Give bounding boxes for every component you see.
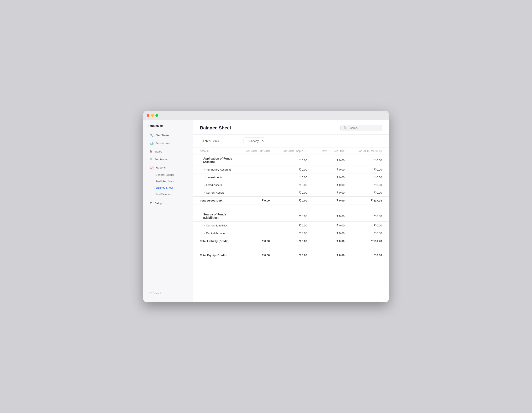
account-label: › Current Liabilities [200, 224, 232, 227]
titlebar [143, 111, 389, 120]
sidebar-item-label: Dashboard [156, 142, 170, 145]
sidebar-item-label: Get Started [156, 134, 170, 137]
wrench-icon: 🔧 [150, 133, 154, 137]
maximize-button[interactable] [155, 114, 158, 117]
value-q4: ₹ 0.00 [344, 224, 382, 227]
period-select[interactable]: Quarterly Monthly Yearly [244, 138, 265, 144]
value-q2: ₹ 0.00 [270, 191, 307, 194]
chevron-right-icon[interactable]: › [204, 184, 205, 186]
chevron-right-icon[interactable]: › [204, 169, 205, 171]
chevron-right-icon[interactable]: › [204, 232, 205, 234]
value-q4: ₹ 0.00 [344, 176, 382, 179]
col-q1: Apr 2019 - Jun 2019 [232, 150, 270, 152]
sidebar-item-label: Setup [155, 202, 162, 205]
sidebar-sub-item-profit-and-loss[interactable]: Profit And Loss [145, 178, 191, 184]
sidebar-item-get-started[interactable]: 🔧 Get Started [145, 131, 191, 139]
table-row: › Capital Account ₹ 0.00 ₹ 0.00 ₹ 0.00 [193, 229, 389, 237]
value-q4: ₹ 0.00 [344, 159, 382, 162]
table-row: ▼ Investments ₹ 0.00 ₹ 0.00 ₹ 0.00 [193, 173, 389, 181]
sidebar-item-purchases[interactable]: ✉ Purchases [145, 156, 191, 163]
sidebar-item-dashboard[interactable]: 📊 Dashboard [145, 140, 191, 147]
spacer [193, 204, 389, 211]
value-q4: ₹ 0.00 [344, 231, 382, 235]
chevron-down-icon[interactable]: ▼ [200, 159, 202, 161]
value-q1: ₹ 0.00 [232, 199, 270, 202]
value-q2: ₹ 0.00 [270, 224, 307, 227]
col-q4: Jan 2020 - Mar 2020 [344, 150, 382, 152]
table-row: › Temporary Accounts ₹ 0.00 ₹ 0.00 ₹ 0.0… [193, 166, 389, 173]
sidebar-sub-item-trial-balance[interactable]: Trial Balance [145, 191, 191, 197]
value-q2: ₹ 0.00 [270, 239, 307, 243]
value-q2: ₹ 0.00 [270, 253, 307, 257]
value-q3: ₹ 0.00 [307, 168, 344, 171]
total-label: Total Equity (Credit) [200, 254, 232, 257]
sidebar-item-reports[interactable]: 📈 Reports [145, 164, 191, 171]
table-row-total-equity: Total Equity (Credit) ₹ 0.00 ₹ 0.00 ₹ 0.… [193, 251, 389, 259]
table-row: › Fixed Assets ₹ 0.00 ₹ 0.00 ₹ 0.00 [193, 181, 389, 189]
value-q3: ₹ 0.00 [307, 253, 344, 257]
purchases-icon: ✉ [150, 158, 152, 161]
value-q2: ₹ 0.00 [270, 231, 307, 235]
table-row: ▼ Source of Funds (Liabilities) ₹ 0.00 ₹… [193, 211, 389, 222]
sidebar-item-label: Purchases [154, 158, 168, 161]
total-label: Total Asset (Debit) [200, 199, 232, 202]
value-q2: ₹ 0.00 [270, 159, 307, 162]
value-q1: ₹ 0.00 [232, 253, 270, 257]
chevron-right-icon[interactable]: › [204, 192, 205, 194]
sub-item-label: Balance Sheet [155, 186, 173, 189]
value-q1: ₹ 0.00 [232, 239, 270, 243]
chevron-down-icon[interactable]: ▼ [200, 215, 202, 217]
value-q3: ₹ 0.00 [307, 176, 344, 179]
value-q3: ₹ 0.00 [307, 239, 344, 243]
sidebar-sub-item-balance-sheet[interactable]: Balance Sheet [145, 185, 191, 191]
sales-icon: 🖥 [150, 150, 153, 153]
brand-name: TennisMart [143, 124, 193, 131]
account-label: › Temporary Accounts [200, 168, 232, 171]
value-q2: ₹ 0.00 [270, 183, 307, 187]
chevron-down-icon[interactable]: ▼ [204, 176, 206, 178]
sidebar-item-sales[interactable]: 🖥 Sales [145, 148, 191, 155]
sidebar-item-setup[interactable]: ⚙ Setup [145, 199, 191, 207]
version-label: v0.0.3-beta.7 [143, 289, 193, 298]
value-q2: ₹ 0.00 [270, 199, 307, 202]
sidebar: TennisMart 🔧 Get Started 📊 Dashboard 🖥 S… [143, 120, 193, 302]
col-q2: Jun 2019 - Sep 2019 [270, 150, 307, 152]
value-q4: ₹ 0.00 [344, 183, 382, 187]
filter-bar: Quarterly Monthly Yearly [193, 135, 389, 148]
page-title: Balance Sheet [200, 125, 231, 131]
account-label: › Current Assets [200, 191, 232, 194]
dashboard-icon: 📊 [150, 141, 154, 145]
account-label: ▼ Application of Funds (Assets) [200, 157, 232, 163]
sub-item-label: Trial Balance [155, 193, 171, 196]
value-q4: ₹ 0.00 [344, 168, 382, 171]
search-box[interactable]: 🔍 [340, 125, 382, 131]
sub-item-label: Profit And Loss [155, 180, 173, 183]
table-header: Account Apr 2019 - Jun 2019 Jun 2019 - S… [193, 148, 389, 155]
sub-item-label: General Ledger [155, 173, 174, 176]
value-q3: ₹ 0.00 [307, 191, 344, 194]
search-input[interactable] [349, 126, 379, 129]
account-label: ▼ Source of Funds (Liabilities) [200, 213, 232, 219]
table-row: › Current Liabilities ₹ 0.00 ₹ 0.00 ₹ 0.… [193, 222, 389, 229]
value-q3: ₹ 0.00 [307, 224, 344, 227]
value-q4: ₹ 0.00 [344, 253, 382, 257]
main-header: Balance Sheet 🔍 [193, 120, 389, 135]
setup-icon: ⚙ [150, 201, 152, 205]
minimize-button[interactable] [151, 114, 154, 117]
value-q2: ₹ 0.00 [270, 176, 307, 179]
close-button[interactable] [147, 114, 149, 117]
account-label: › Capital Account [200, 232, 232, 235]
table-row: › Current Assets ₹ 0.00 ₹ 0.00 ₹ 0.00 [193, 189, 389, 197]
table-row-total-liability: Total Liability (Credit) ₹ 0.00 ₹ 0.00 ₹… [193, 237, 389, 245]
value-q4: ₹ 417.28 [344, 199, 382, 202]
account-label: ▼ Investments [200, 176, 232, 179]
sidebar-item-label: Reports [156, 166, 166, 169]
spacer [193, 245, 389, 251]
main-content: Balance Sheet 🔍 Quarterly Monthly Yearly [193, 120, 389, 302]
chevron-right-icon[interactable]: › [204, 224, 205, 227]
value-q4: ₹ 131.28 [344, 239, 382, 243]
app-window: TennisMart 🔧 Get Started 📊 Dashboard 🖥 S… [143, 111, 389, 302]
date-filter[interactable] [200, 138, 241, 144]
value-q3: ₹ 0.00 [307, 231, 344, 235]
sidebar-sub-item-general-ledger[interactable]: General Ledger [145, 172, 191, 178]
